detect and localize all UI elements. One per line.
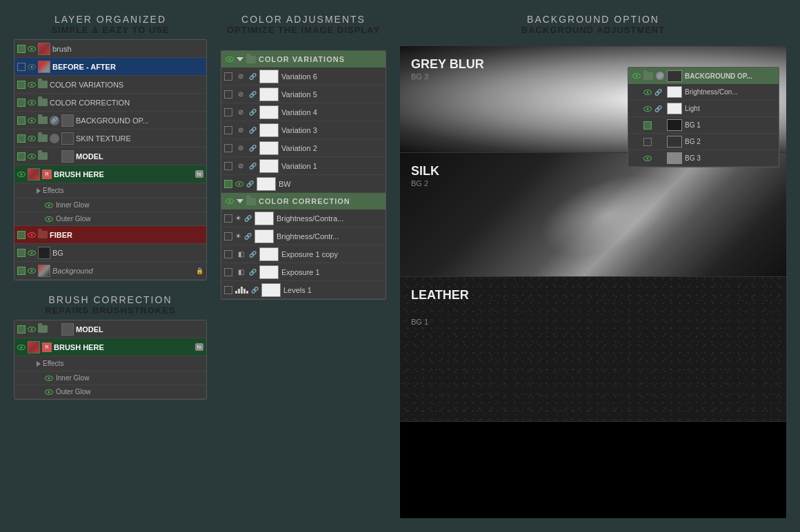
effects-triangle[interactable] bbox=[37, 188, 41, 194]
bg-opt-row[interactable]: 🔗 Brightness/Con... bbox=[628, 84, 779, 101]
effect-item-row[interactable]: Outer Glow bbox=[14, 385, 206, 399]
expand-triangle[interactable] bbox=[237, 57, 243, 61]
adj-checkbox[interactable] bbox=[224, 72, 232, 81]
eye-icon[interactable] bbox=[643, 106, 652, 112]
effect-item-row[interactable]: Inner Glow bbox=[14, 371, 206, 385]
bg-opt-header[interactable]: 🔗 BACKGROUND OP... bbox=[628, 68, 779, 84]
adj-row[interactable]: 🔗 BW bbox=[221, 175, 386, 193]
bg-opt-checkbox[interactable] bbox=[643, 138, 652, 146]
bg-opt-thumbnail bbox=[667, 70, 682, 82]
adj-row[interactable]: ⊘ 🔗 Variation 4 bbox=[221, 103, 386, 121]
eye-icon[interactable] bbox=[643, 156, 652, 161]
eye-icon[interactable] bbox=[28, 82, 36, 88]
adj-checkbox[interactable] bbox=[224, 268, 232, 276]
adj-checkbox[interactable] bbox=[224, 250, 232, 258]
layer-row[interactable]: BG bbox=[14, 244, 206, 262]
eye-icon[interactable] bbox=[235, 181, 243, 187]
effect-item-row[interactable]: Outer Glow bbox=[14, 212, 206, 226]
adj-checkbox[interactable] bbox=[224, 232, 232, 241]
layer-row[interactable]: MODEL bbox=[14, 320, 206, 338]
eye-icon[interactable] bbox=[45, 203, 53, 208]
adj-row[interactable]: ◧ 🔗 Exposure 1 copy bbox=[221, 245, 386, 263]
eye-icon[interactable] bbox=[28, 118, 36, 123]
adj-row[interactable]: ⊘ 🔗 Variation 5 bbox=[221, 85, 386, 103]
layer-checkbox[interactable] bbox=[17, 231, 26, 239]
adj-checkbox[interactable] bbox=[224, 108, 232, 116]
adj-checkbox[interactable] bbox=[224, 180, 232, 188]
eye-icon[interactable] bbox=[28, 268, 36, 274]
bg-opt-row[interactable]: 🔗 Light bbox=[628, 101, 779, 117]
color-variations-header[interactable]: COLOR VARIATIONS bbox=[221, 51, 386, 68]
layer-row[interactable]: brush bbox=[14, 40, 206, 58]
adj-checkbox[interactable] bbox=[224, 90, 232, 99]
layer-checkbox[interactable] bbox=[17, 249, 26, 257]
eye-icon[interactable] bbox=[28, 100, 36, 105]
layer-row[interactable]: Background 🔒 bbox=[14, 262, 206, 280]
link-icon2: 🔗 bbox=[249, 163, 257, 170]
link-icon2: 🔗 bbox=[249, 73, 257, 80]
eye-icon[interactable] bbox=[45, 389, 53, 395]
eye-icon[interactable] bbox=[28, 46, 36, 52]
effects-triangle[interactable] bbox=[37, 361, 41, 367]
adj-checkbox[interactable] bbox=[224, 144, 232, 152]
eye-icon[interactable] bbox=[28, 154, 36, 159]
layer-row[interactable]: BEFORE - AFTER bbox=[14, 58, 206, 76]
eye-icon[interactable] bbox=[28, 232, 36, 238]
adj-row[interactable]: ⊘ 🔗 Variation 2 bbox=[221, 139, 386, 157]
adj-row[interactable]: ☀ 🔗 Brightness/Contr... bbox=[221, 227, 386, 245]
adj-row[interactable]: ⊘ 🔗 Variation 3 bbox=[221, 121, 386, 139]
bg-opt-checkbox[interactable] bbox=[643, 121, 652, 130]
adj-label: Variation 5 bbox=[281, 90, 317, 99]
layer-row[interactable]: R BRUSH HERE fx bbox=[14, 338, 206, 356]
layer-row[interactable]: 🔗 BACKGROUND OP... bbox=[14, 112, 206, 130]
eye-icon[interactable] bbox=[17, 345, 26, 350]
layer-checkbox[interactable] bbox=[17, 45, 26, 53]
bg-opt-row[interactable]: BG 2 bbox=[628, 134, 779, 150]
layer-checkbox[interactable] bbox=[17, 81, 26, 89]
expand-triangle[interactable] bbox=[237, 199, 243, 203]
layer-checkbox[interactable] bbox=[17, 63, 26, 71]
eye-icon[interactable] bbox=[28, 136, 36, 141]
effect-item-row[interactable]: Inner Glow bbox=[14, 198, 206, 212]
eye-icon[interactable] bbox=[632, 73, 641, 79]
link-icon2: 🔗 bbox=[249, 251, 257, 258]
color-correction-header[interactable]: COLOR CORRECTION bbox=[221, 193, 386, 209]
adj-row[interactable]: ⊘ 🔗 Variation 6 bbox=[221, 68, 386, 85]
bg-opt-row[interactable]: BG 3 bbox=[628, 150, 779, 167]
bg-opt-row[interactable]: BG 1 bbox=[628, 117, 779, 134]
layer-checkbox[interactable] bbox=[17, 116, 26, 125]
adj-checkbox[interactable] bbox=[224, 162, 232, 170]
adj-checkbox[interactable] bbox=[224, 214, 232, 223]
layer-row[interactable]: MODEL bbox=[14, 147, 206, 165]
link-icon2: 🔗 bbox=[244, 215, 252, 222]
eye-icon[interactable] bbox=[28, 250, 36, 256]
eye-icon[interactable] bbox=[45, 376, 53, 381]
eye-icon[interactable] bbox=[643, 90, 652, 95]
layer-checkbox[interactable] bbox=[17, 152, 26, 161]
adj-row[interactable]: ☀ 🔗 Brightness/Contra... bbox=[221, 209, 386, 227]
layer-row[interactable]: FIBER bbox=[14, 226, 206, 244]
layer-checkbox[interactable] bbox=[17, 325, 26, 334]
folder-icon bbox=[643, 72, 653, 80]
adj-row[interactable]: ⊘ 🔗 Variation 1 bbox=[221, 157, 386, 175]
color-adj-subtitle: OPTIMIZE THE IMAGE DISPLAY bbox=[221, 25, 386, 35]
bg-option-heading: BACKGROUND OPTION BACKGROUND ADJUSTMENT bbox=[400, 14, 786, 35]
layer-row[interactable]: COLOR VARIATIONS bbox=[14, 76, 206, 94]
layer-checkbox[interactable] bbox=[17, 99, 26, 107]
adj-row[interactable]: 🔗 Levels 1 bbox=[221, 281, 386, 299]
eye-icon[interactable] bbox=[28, 64, 36, 70]
layer-checkbox[interactable] bbox=[17, 134, 26, 143]
adj-checkbox[interactable] bbox=[224, 126, 232, 134]
eye-icon[interactable] bbox=[17, 172, 26, 177]
adj-checkbox[interactable] bbox=[224, 286, 232, 294]
adj-row[interactable]: ◧ 🔗 Exposure 1 bbox=[221, 263, 386, 281]
layer-row[interactable]: R BRUSH HERE fx bbox=[14, 165, 206, 183]
effects-row: Effects bbox=[14, 356, 206, 371]
eye-icon[interactable] bbox=[28, 327, 36, 332]
eye-icon[interactable] bbox=[226, 57, 234, 62]
layer-checkbox[interactable] bbox=[17, 267, 26, 275]
eye-icon[interactable] bbox=[226, 198, 234, 204]
layer-row[interactable]: SKIN TEXTURE bbox=[14, 130, 206, 147]
layer-row[interactable]: COLOR CORRECTION bbox=[14, 94, 206, 112]
eye-icon[interactable] bbox=[45, 216, 53, 222]
